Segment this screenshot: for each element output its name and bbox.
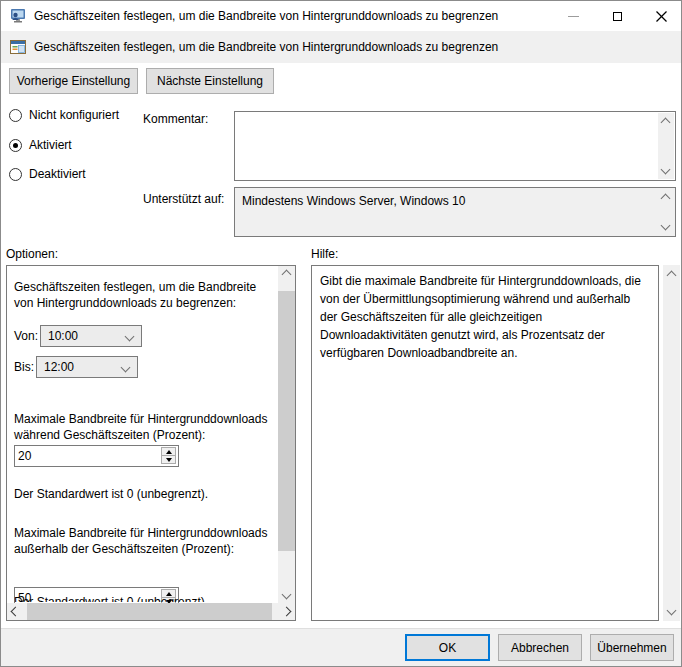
chevron-down-icon xyxy=(667,606,677,616)
window-title: Geschäftszeiten festlegen, um die Bandbr… xyxy=(34,9,498,23)
spin-down-button[interactable] xyxy=(161,455,176,464)
disabled-label: Deaktiviert xyxy=(29,167,86,181)
enabled-radio[interactable] xyxy=(9,139,22,152)
supported-on-box: Mindestens Windows Server, Windows 10 xyxy=(234,187,676,237)
during-default-note: Der Standardwert ist 0 (unbegrenzt). xyxy=(14,487,208,501)
previous-setting-label: Vorherige Einstellung xyxy=(17,74,130,88)
group-policy-app-icon xyxy=(10,8,26,24)
from-label: Von: xyxy=(14,329,38,343)
ok-label: OK xyxy=(439,641,456,655)
help-panel: Gibt die maximale Bandbreite für Hinterg… xyxy=(311,265,659,621)
radio-row-not-configured: Nicht konfiguriert xyxy=(9,108,119,122)
cancel-button[interactable]: Abbrechen xyxy=(498,634,582,661)
policy-header-title: Geschäftszeiten festlegen, um die Bandbr… xyxy=(34,40,498,54)
chevron-right-icon xyxy=(282,607,292,617)
supported-on-label: Unterstützt auf: xyxy=(143,192,224,206)
chevron-up-icon xyxy=(661,194,671,204)
chevron-down-icon xyxy=(125,331,135,341)
policy-header: Geschäftszeiten festlegen, um die Bandbr… xyxy=(1,31,681,63)
apply-label: Übernehmen xyxy=(597,641,666,655)
from-time-value: 10:00 xyxy=(48,329,78,343)
supported-on-scrollbar[interactable] xyxy=(658,189,674,235)
previous-setting-button[interactable]: Vorherige Einstellung xyxy=(9,68,138,94)
scrollbar-thumb[interactable] xyxy=(27,603,272,620)
enabled-label: Aktiviert xyxy=(29,138,72,152)
options-vertical-scrollbar[interactable] xyxy=(278,266,295,603)
options-panel: Geschäftszeiten festlegen, um die Bandbr… xyxy=(6,265,296,621)
outside-default-note-clipped: Der Standardwert ist 0 (unbegrenzt). xyxy=(14,595,244,602)
scroll-right-button[interactable] xyxy=(278,603,295,620)
options-horizontal-scrollbar[interactable] xyxy=(7,603,295,620)
chevron-up-icon xyxy=(661,118,671,128)
spin-down-icon xyxy=(166,458,172,462)
comment-scrollbar[interactable] xyxy=(658,113,674,179)
not-configured-label: Nicht konfiguriert xyxy=(29,108,119,122)
options-description: Geschäftszeiten festlegen, um die Bandbr… xyxy=(14,279,276,311)
chevron-left-icon xyxy=(11,607,21,617)
spin-up-icon xyxy=(166,450,172,454)
options-label: Optionen: xyxy=(6,247,58,261)
minimize-icon xyxy=(568,16,579,17)
chevron-up-icon xyxy=(282,270,292,280)
during-percent-spin-buttons xyxy=(161,447,176,465)
chevron-down-icon xyxy=(661,165,671,175)
help-scrollbar[interactable] xyxy=(663,265,680,621)
help-text: Gibt die maximale Bandbreite für Hinterg… xyxy=(312,266,658,368)
radio-row-disabled: Deaktiviert xyxy=(9,167,86,181)
disabled-radio[interactable] xyxy=(9,168,22,181)
scroll-left-button[interactable] xyxy=(7,603,24,620)
next-setting-label: Nächste Einstellung xyxy=(157,74,263,88)
scroll-up-button[interactable] xyxy=(278,266,295,283)
not-configured-radio[interactable] xyxy=(9,109,22,122)
to-time-value: 12:00 xyxy=(44,360,74,374)
maximize-icon xyxy=(613,12,622,21)
comment-label: Kommentar: xyxy=(143,112,208,126)
chevron-up-icon xyxy=(667,271,677,281)
policy-setting-icon xyxy=(10,39,26,55)
maximize-button[interactable] xyxy=(595,1,639,31)
during-percent-spinner xyxy=(14,445,179,467)
during-hours-label: Maximale Bandbreite für Hintergrunddownl… xyxy=(14,411,278,443)
scrollbar-thumb[interactable] xyxy=(278,291,295,551)
close-button[interactable] xyxy=(639,1,682,31)
help-label: Hilfe: xyxy=(311,247,338,261)
comment-textarea[interactable] xyxy=(234,111,676,181)
to-time-select[interactable]: 12:00 xyxy=(36,356,138,378)
to-label: Bis: xyxy=(14,360,34,374)
ok-button[interactable]: OK xyxy=(405,634,490,661)
chevron-down-icon xyxy=(661,221,671,231)
policy-setting-dialog: Geschäftszeiten festlegen, um die Bandbr… xyxy=(0,0,682,667)
chevron-down-icon xyxy=(282,590,292,600)
from-time-select[interactable]: 10:00 xyxy=(40,325,142,347)
supported-on-value: Mindestens Windows Server, Windows 10 xyxy=(235,188,675,208)
scroll-down-button[interactable] xyxy=(278,586,295,603)
close-icon xyxy=(656,11,667,22)
apply-button[interactable]: Übernehmen xyxy=(590,634,674,661)
minimize-button[interactable] xyxy=(551,1,595,31)
cancel-label: Abbrechen xyxy=(511,641,569,655)
during-percent-input[interactable] xyxy=(15,446,155,466)
next-setting-button[interactable]: Nächste Einstellung xyxy=(146,68,274,94)
chevron-down-icon xyxy=(121,362,131,372)
outside-hours-label: Maximale Bandbreite für Hintergrunddownl… xyxy=(14,525,278,557)
radio-row-enabled: Aktiviert xyxy=(9,138,72,152)
